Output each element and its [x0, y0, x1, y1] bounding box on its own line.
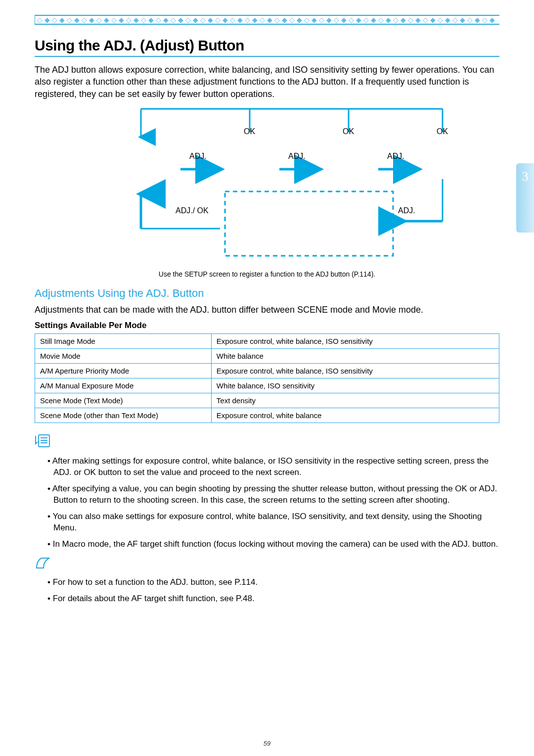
table-caption: Settings Available Per Mode — [35, 321, 499, 331]
diagram-adj-label-2: ADJ. — [288, 152, 306, 161]
note-list: After making settings for exposure contr… — [35, 456, 499, 550]
intro-paragraph: The ADJ button allows exposure correctio… — [35, 64, 499, 100]
page-number: 59 — [0, 740, 534, 747]
list-item: For details about the AF target shift fu… — [53, 593, 499, 605]
settings-table: Still Image ModeExposure control, white … — [35, 333, 499, 423]
decorative-diamond-border: ◇◆◇◆◇◆◇◆◇◆◇◆◇◆◇◆◇◆◇◆◇◆◇◆◇◆◇◆◇◆◇◆◇◆◇◆◇◆◇◆… — [35, 15, 499, 25]
list-item: In Macro mode, the AF target shift funct… — [53, 539, 499, 550]
settings-cell: Exposure control, white balance, ISO sen… — [211, 364, 499, 378]
mode-cell: Scene Mode (Text Mode) — [35, 393, 212, 408]
adj-flow-diagram: OK OK OK ADJ. ADJ. ADJ. ADJ./ OK ADJ. — [82, 105, 452, 268]
page-title: Using the ADJ. (Adjust) Button — [35, 37, 499, 54]
table-row: Movie ModeWhite balance — [35, 349, 499, 364]
reference-list: For how to set a function to the ADJ. bu… — [35, 577, 499, 605]
diagram-adj-label-1: ADJ. — [189, 152, 207, 161]
list-item: After making settings for exposure contr… — [53, 456, 499, 478]
settings-cell: Exposure control, white balance, ISO sen… — [211, 334, 499, 349]
diagram-adj-label-4: ADJ. — [398, 206, 415, 215]
settings-cell: Text density — [211, 393, 499, 408]
list-item: For how to set a function to the ADJ. bu… — [53, 577, 499, 588]
settings-cell: White balance, ISO sensitivity — [211, 378, 499, 393]
diagram-adj-label-3: ADJ. — [387, 152, 404, 161]
title-underline — [35, 56, 499, 57]
settings-cell: White balance — [211, 349, 499, 364]
diagram-ok-label-1: OK — [244, 127, 255, 136]
mode-cell: A/M Manual Exposure Mode — [35, 378, 212, 393]
subheading: Adjustments Using the ADJ. Button — [35, 287, 499, 300]
diagram-svg — [82, 105, 452, 268]
mode-cell: Movie Mode — [35, 349, 212, 364]
mode-cell: A/M Aperture Priority Mode — [35, 364, 212, 378]
chapter-tab: 3 — [516, 163, 534, 233]
settings-cell: Exposure control, white balance — [211, 408, 499, 423]
table-row: A/M Aperture Priority ModeExposure contr… — [35, 364, 499, 378]
list-item: After specifying a value, you can begin … — [53, 483, 499, 506]
reference-icon — [35, 555, 499, 572]
table-row: A/M Manual Exposure ModeWhite balance, I… — [35, 378, 499, 393]
list-item: You can also make settings for exposure … — [53, 511, 499, 534]
mode-cell: Still Image Mode — [35, 334, 212, 349]
table-row: Scene Mode (other than Text Mode)Exposur… — [35, 408, 499, 423]
table-row: Still Image ModeExposure control, white … — [35, 334, 499, 349]
setup-note: Use the SETUP screen to register a funct… — [35, 270, 499, 278]
diagram-ok-label-3: OK — [437, 127, 448, 136]
svg-rect-8 — [225, 191, 393, 256]
mode-cell: Scene Mode (other than Text Mode) — [35, 408, 212, 423]
diagram-ok-label-2: OK — [343, 127, 354, 136]
table-row: Scene Mode (Text Mode)Text density — [35, 393, 499, 408]
diagram-adjok-label: ADJ./ OK — [176, 206, 209, 215]
note-icon — [35, 434, 499, 451]
subintro-paragraph: Adjustments that can be made with the AD… — [35, 304, 499, 316]
